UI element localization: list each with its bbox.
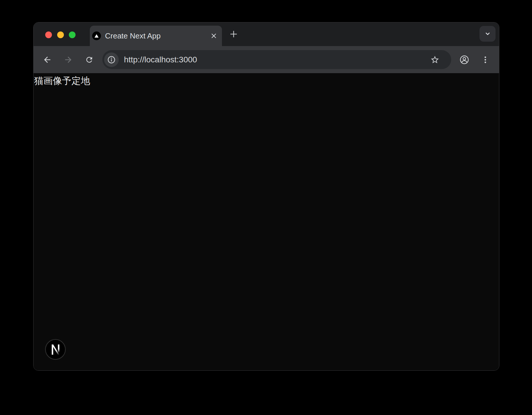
nextjs-devtools-button[interactable]	[45, 339, 66, 360]
profile-button[interactable]	[456, 52, 472, 68]
menu-button[interactable]	[477, 52, 493, 68]
tab-close-button[interactable]	[209, 31, 219, 41]
bookmark-button[interactable]	[429, 54, 441, 66]
tab-strip: Create Next App	[34, 22, 499, 46]
close-button[interactable]	[45, 31, 52, 38]
back-button[interactable]	[39, 52, 55, 68]
cat-image-placeholder-text: 猫画像予定地	[34, 73, 499, 87]
address-bar[interactable]: http://localhost:3000	[102, 50, 451, 69]
person-circle-icon	[459, 54, 470, 65]
tab-create-next-app[interactable]: Create Next App	[90, 26, 222, 46]
three-dot-vertical-icon	[481, 55, 490, 64]
info-icon	[107, 55, 116, 64]
url-text: http://localhost:3000	[124, 55, 197, 64]
vercel-triangle-icon	[92, 31, 101, 40]
chevron-down-icon	[484, 30, 491, 38]
plus-icon	[229, 30, 238, 38]
arrow-left-icon	[43, 55, 52, 64]
forward-button[interactable]	[60, 52, 76, 68]
tab-search-button[interactable]	[480, 26, 496, 42]
close-icon	[211, 33, 217, 39]
browser-window: Create Next App	[33, 22, 499, 371]
arrow-right-icon	[64, 55, 73, 64]
site-info-button[interactable]	[104, 52, 119, 67]
tab-title: Create Next App	[105, 31, 209, 41]
toolbar: http://localhost:3000	[34, 46, 499, 73]
new-tab-button[interactable]	[228, 29, 239, 39]
star-outline-icon	[430, 55, 440, 64]
page-content: 猫画像予定地	[34, 73, 499, 370]
minimize-button[interactable]	[57, 31, 64, 38]
reload-icon	[85, 55, 94, 64]
nextjs-n-logo	[52, 344, 60, 355]
zoom-button[interactable]	[69, 31, 76, 38]
reload-button[interactable]	[81, 52, 97, 68]
